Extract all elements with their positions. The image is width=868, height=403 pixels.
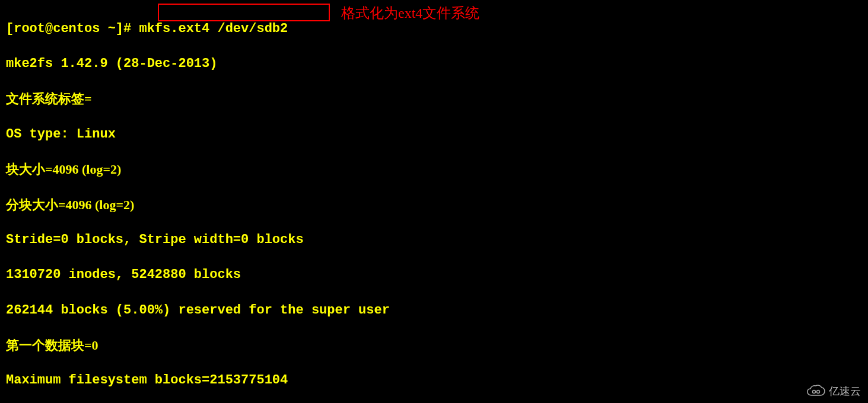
output-line: 1310720 inodes, 5242880 blocks xyxy=(6,266,862,284)
output-line: 第一个数据块=0 xyxy=(6,337,862,354)
cloud-icon xyxy=(806,385,825,398)
watermark-text: 亿速云 xyxy=(829,384,861,398)
svg-point-0 xyxy=(813,390,816,393)
output-line: OS type: Linux xyxy=(6,126,862,143)
output-line: 分块大小=4096 (log=2) xyxy=(6,196,862,214)
annotation-label: 格式化为ext4文件系统 xyxy=(341,4,479,23)
output-line: Maximum filesystem blocks=2153775104 xyxy=(6,372,862,389)
watermark: 亿速云 xyxy=(806,384,861,398)
output-line: 块大小=4096 (log=2) xyxy=(6,161,862,178)
svg-point-1 xyxy=(817,390,820,393)
command-text: mkfs.ext4 /dev/sdb2 xyxy=(139,21,288,36)
shell-prompt: [root@centos ~]# xyxy=(6,21,131,36)
output-line: Stride=0 blocks, Stripe width=0 blocks xyxy=(6,231,862,249)
terminal-output: [root@centos ~]# mkfs.ext4 /dev/sdb2 mke… xyxy=(0,0,868,403)
output-line: 262144 blocks (5.00%) reserved for the s… xyxy=(6,302,862,319)
output-line: 文件系统标签= xyxy=(6,90,862,108)
output-line: mke2fs 1.42.9 (28-Dec-2013) xyxy=(6,55,862,73)
